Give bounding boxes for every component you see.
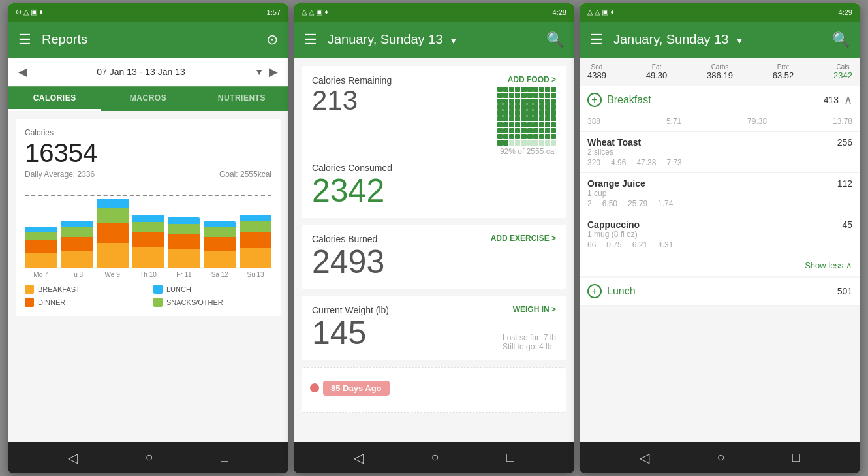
- bar-stack-tu: [61, 219, 93, 268]
- nav-recent-2[interactable]: □: [506, 450, 514, 465]
- bar-day-mo: Mo 7: [33, 271, 48, 278]
- breakfast-su: [240, 248, 271, 268]
- legend-dot-breakfast: [25, 285, 34, 294]
- status-bar-2: △ △ ▣ ♦ 4:28: [294, 3, 574, 22]
- chart-panel-1: Calories 16354 Daily Average: 2336 Goal:…: [16, 119, 281, 316]
- dinner-mo: [25, 240, 57, 253]
- nav-back-3[interactable]: ◁: [640, 450, 649, 466]
- tab-nutrients[interactable]: NUTRIENTS: [195, 87, 288, 111]
- weigh-in-link[interactable]: WEIGH IN >: [513, 305, 556, 314]
- date-prev-1[interactable]: ◀: [18, 65, 27, 79]
- food-item-wheat-toast: Wheat Toast 256 2 slices 320 4.96 47.38 …: [580, 132, 860, 173]
- tooltip-dot: [310, 383, 319, 392]
- legend-lunch: LUNCH: [153, 285, 271, 294]
- daily-avg-1: Daily Average: 2336: [25, 170, 95, 179]
- app-bar-2: ☰ January, Sunday 13 ▼ 🔍: [294, 22, 574, 58]
- app-title-3: January, Sunday 13 ▼: [613, 32, 822, 47]
- wt-sod: 320: [587, 158, 600, 167]
- lunch-plus-icon[interactable]: +: [587, 284, 602, 298]
- weight-card: Current Weight (lb) WEIGH IN > 145 Lost …: [302, 296, 566, 360]
- cap-carbs: 6.21: [632, 240, 647, 249]
- phone-3: △ △ ▣ ♦ 4:29 ☰ January, Sunday 13 ▼ 🔍 So…: [580, 3, 860, 473]
- snacks-fr: [168, 224, 200, 234]
- snacks-tu: [61, 227, 93, 237]
- oj-carbs: 25.79: [628, 199, 647, 208]
- menu-icon-1[interactable]: ☰: [18, 31, 31, 48]
- food-item-cappuccino: Cappuccino 45 1 mug (8 fl oz) 66 0.75 6.…: [580, 214, 860, 255]
- weight-label: Current Weight (lb): [312, 305, 389, 315]
- wheat-toast-nums: 320 4.96 47.38 7.73: [587, 158, 852, 167]
- calories-burned-card: Calories Burned ADD EXERCISE > 2493: [302, 225, 566, 289]
- breakfast-totals-row: 388 5.71 79.38 13.78: [580, 114, 860, 132]
- nav-home-1[interactable]: ○: [145, 450, 153, 465]
- add-exercise-link[interactable]: ADD EXERCISE >: [491, 234, 556, 243]
- show-less-btn[interactable]: Show less ∧: [580, 255, 860, 276]
- dropdown-arrow-3[interactable]: ▼: [735, 35, 744, 46]
- bar-chart-1: Mo 7 Tu 8: [25, 187, 271, 278]
- weight-to-go: Still to go: 4 lb: [503, 342, 556, 351]
- nav-recent-3[interactable]: □: [792, 450, 800, 465]
- nav-recent-1[interactable]: □: [221, 450, 228, 465]
- stat-sod: Sod 4389: [587, 63, 606, 80]
- lunch-header: + Lunch 501: [580, 278, 860, 306]
- bar-day-th: Th 10: [140, 271, 157, 278]
- bar-group-fr: Fr 11: [168, 217, 200, 278]
- date-bar-1: ◀ 07 Jan 13 - 13 Jan 13 ▼ ▶: [8, 58, 288, 86]
- bfast-carbs: 79.38: [747, 117, 767, 126]
- wt-prot: 7.73: [666, 158, 681, 167]
- bar-stack-we: [97, 195, 129, 268]
- search-icon-2[interactable]: 🔍: [546, 31, 564, 48]
- date-dropdown-1[interactable]: ▼: [255, 67, 264, 77]
- legend-label-snacks: SNACKS/OTHER: [166, 298, 223, 306]
- cal-consumed-value: 2342: [312, 173, 556, 209]
- bar-group-mo: Mo 7: [25, 216, 57, 278]
- oj-prot: 1.74: [658, 199, 673, 208]
- content-2: Calories Remaining 213 ADD FOOD > 92% of…: [294, 58, 574, 442]
- bar-group-sa: Sa 12: [204, 221, 236, 278]
- oj-name: Orange Juice: [587, 178, 645, 189]
- cappuccino-name: Cappuccino: [587, 219, 640, 230]
- breakfast-header: + Breakfast 413 ∧: [580, 86, 860, 114]
- breakfast-plus-icon[interactable]: +: [587, 93, 602, 107]
- stat-cals: Cals 2342: [833, 63, 852, 80]
- breakfast-th: [132, 247, 164, 268]
- lunch-we: [97, 199, 129, 208]
- nav-back-2[interactable]: ◁: [354, 450, 364, 466]
- wheat-toast-desc: 2 slices: [587, 148, 852, 157]
- stat-fat: Fat 49.30: [646, 63, 668, 80]
- lunch-section: + Lunch 501: [580, 278, 860, 306]
- tab-calories[interactable]: CALORIES: [8, 87, 101, 111]
- calorie-grid-icon: [497, 87, 556, 146]
- lunch-tu: [61, 221, 93, 227]
- breakfast-fr: [168, 249, 200, 268]
- menu-icon-2[interactable]: ☰: [304, 31, 317, 48]
- weight-sub: Lost so far: 7 lb Still to go: 4 lb: [503, 333, 556, 351]
- legend-dot-lunch: [153, 285, 163, 294]
- legend-dinner: DINNER: [25, 298, 143, 307]
- calories-card-2: Calories Remaining 213 ADD FOOD > 92% of…: [302, 66, 566, 218]
- date-next-1[interactable]: ▶: [269, 65, 278, 79]
- nav-home-3[interactable]: ○: [717, 450, 724, 465]
- dinner-tu: [61, 237, 93, 251]
- status-time-1: 1:57: [267, 8, 281, 16]
- menu-icon-3[interactable]: ☰: [590, 31, 603, 48]
- legend-dot-dinner: [25, 298, 34, 307]
- date-range-1: 07 Jan 13 - 13 Jan 13: [33, 67, 249, 77]
- bar-day-fr: Fr 11: [176, 271, 191, 278]
- nav-home-2[interactable]: ○: [431, 450, 439, 465]
- cal-burned-row: Calories Burned ADD EXERCISE >: [312, 234, 556, 244]
- goal-1: Goal: 2555kcal: [219, 170, 271, 179]
- add-food-link[interactable]: ADD FOOD >: [508, 75, 556, 84]
- search-icon-3[interactable]: 🔍: [832, 31, 850, 48]
- dinner-su: [240, 232, 271, 249]
- target-icon-1[interactable]: ⊙: [266, 31, 278, 48]
- oj-sod: 2: [587, 199, 592, 208]
- nav-back-1[interactable]: ◁: [68, 450, 78, 466]
- tooltip-box: 85 Days Ago: [323, 381, 390, 396]
- app-bar-1: ☰ Reports ⊙: [8, 22, 288, 58]
- tab-macros[interactable]: MACROS: [101, 87, 194, 111]
- dropdown-arrow-2[interactable]: ▼: [449, 35, 458, 46]
- status-left-icons-1: ⊙ △ ▣ ♦: [16, 8, 43, 16]
- breakfast-collapse-icon[interactable]: ∧: [844, 93, 852, 107]
- chart-legend-1: BREAKFAST LUNCH DINNER SNACKS/OTHER: [25, 285, 271, 307]
